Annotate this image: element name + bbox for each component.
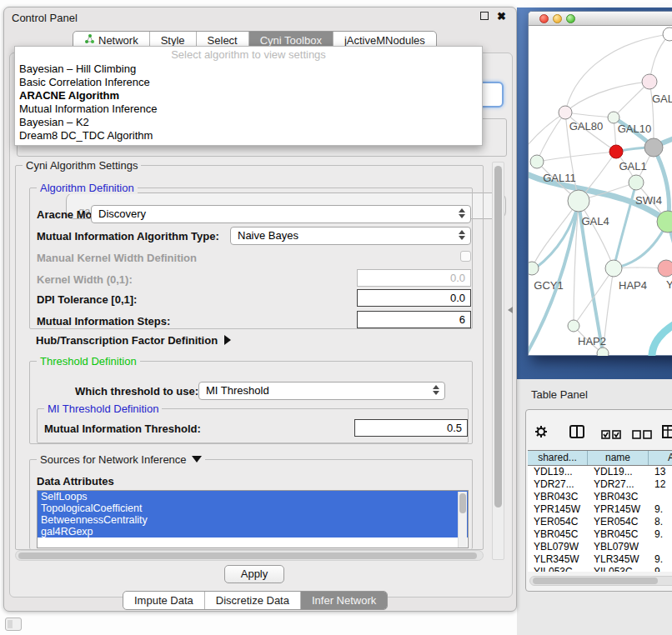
mi-threshold-field[interactable]: 0.5 <box>354 419 468 437</box>
algorithm-option[interactable]: Mutual Information Inference <box>15 102 482 116</box>
which-threshold-combobox[interactable]: MI Threshold <box>198 382 445 400</box>
network-edge[interactable] <box>537 112 565 162</box>
sources-title: Sources for Network Inference <box>40 453 187 466</box>
data-attribute-item[interactable]: gal4RGexp <box>38 526 468 538</box>
settings-gear-icon[interactable] <box>534 425 548 442</box>
settings-horizontal-scrollbar[interactable] <box>15 550 484 561</box>
table-horizontal-scrollbar[interactable] <box>529 576 672 586</box>
table-row[interactable]: YIL053CYIL053C9. <box>528 566 672 572</box>
kernel-width-field[interactable]: 0.0 <box>357 269 471 287</box>
table-row[interactable]: YLR345WYLR345W9. <box>528 553 672 566</box>
network-node[interactable] <box>609 145 623 158</box>
algorithm-option[interactable]: Bayesian – Hill Climbing <box>15 62 482 76</box>
network-edge[interactable] <box>652 319 672 356</box>
table-cell <box>649 491 672 503</box>
table-row[interactable]: YPR145WYPR145W9. <box>528 503 672 516</box>
network-node-gcy1[interactable] <box>529 262 539 275</box>
apply-button[interactable]: Apply <box>224 565 284 583</box>
network-node-hap2[interactable] <box>568 320 579 332</box>
node-label: GAL80 <box>569 120 603 132</box>
data-attributes-list[interactable]: SelfLoopsTopologicalCoefficientBetweenne… <box>37 490 469 548</box>
table-cell: YBR045C <box>528 528 588 541</box>
network-edge[interactable] <box>529 112 565 150</box>
table-row[interactable]: YDL19...YDL19...13 <box>528 466 672 478</box>
network-node-gal4[interactable] <box>568 190 589 212</box>
network-edge[interactable] <box>565 82 649 112</box>
network-view-window: GALGAL80GAL10GAL1GAL11GAL4SWI4GCY1HAP4YH… <box>528 11 672 356</box>
list-scrollbar[interactable] <box>458 492 467 548</box>
panel-resize-handle[interactable] <box>508 307 513 313</box>
tab-impute-data[interactable]: Impute Data <box>123 592 204 609</box>
minimize-button[interactable] <box>553 14 562 23</box>
network-node-gal10[interactable] <box>608 112 619 123</box>
hub-definition-expander[interactable]: Hub/Transcription Factor Definition <box>36 334 231 347</box>
column-header[interactable]: A <box>649 451 672 465</box>
float-icon[interactable] <box>480 12 489 20</box>
settings-vertical-scrollbar[interactable] <box>492 162 504 560</box>
network-node[interactable] <box>663 28 672 41</box>
control-panel-window: Control Panel ✖ NetworkStyleSelectCyni T… <box>3 7 517 612</box>
dpi-tolerance-field[interactable]: 0.0 <box>357 289 471 307</box>
select-checkboxes-icon[interactable] <box>601 428 621 442</box>
table-row[interactable]: YBR045CYBR045C9. <box>528 528 672 541</box>
data-attribute-item[interactable]: TopologicalCoefficient <box>38 502 468 514</box>
which-threshold-label: Which threshold to use: <box>75 385 198 398</box>
table-cell: YER054C <box>588 516 649 528</box>
mi-steps-field[interactable]: 6 <box>357 311 471 328</box>
network-edge[interactable] <box>574 268 614 326</box>
column-header[interactable]: name <box>588 451 649 465</box>
table-row[interactable]: YBL079WYBL079W <box>528 541 672 553</box>
tab-infer-network[interactable]: Infer Network <box>300 592 387 609</box>
network-node-gal80[interactable] <box>559 106 572 119</box>
sources-expander[interactable]: Sources for Network Inference <box>37 453 205 466</box>
node-label: Y <box>666 278 672 291</box>
network-node[interactable] <box>644 138 663 157</box>
network-edge[interactable] <box>649 82 654 148</box>
node-label: GAL1 <box>619 160 646 172</box>
group-title: MI Threshold Definition <box>44 402 162 415</box>
algorithm-option[interactable]: Bayesian – K2 <box>15 116 482 129</box>
mi-algorithm-type-combobox[interactable]: Naive Bayes <box>230 227 471 245</box>
network-edge[interactable] <box>537 152 616 162</box>
table-cell: 8. <box>649 516 672 528</box>
close-icon[interactable]: ✖ <box>497 10 506 22</box>
table-rows: YDL19...YDL19...13YDR27...YDR27...12YBR0… <box>528 466 672 572</box>
network-node-hap4[interactable] <box>605 260 622 277</box>
network-canvas[interactable]: GALGAL80GAL10GAL1GAL11GAL4SWI4GCY1HAP4YH… <box>529 26 672 356</box>
scrollbar-thumb[interactable] <box>459 493 466 513</box>
network-edge[interactable] <box>565 112 614 118</box>
combobox-value: MI Threshold <box>206 384 269 397</box>
data-attribute-item[interactable]: BetweennessCentrality <box>38 514 468 526</box>
column-header[interactable]: shared... <box>528 451 588 465</box>
table-row[interactable]: YER054CYER054C8. <box>528 516 672 528</box>
scrollbar-thumb[interactable] <box>494 166 502 508</box>
table-row[interactable]: YDR27...YDR27...12 <box>528 478 672 491</box>
algorithm-option[interactable]: Basic Correlation Inference <box>15 76 482 89</box>
algorithm-option[interactable]: Dream8 DC_TDC Algorithm <box>15 129 482 142</box>
network-window-titlebar[interactable] <box>529 12 672 26</box>
table-grid-icon[interactable] <box>662 425 672 442</box>
network-node[interactable] <box>597 348 609 356</box>
table-row[interactable]: YBR043CYBR043C <box>528 491 672 503</box>
network-node-gal11[interactable] <box>530 155 544 168</box>
close-button[interactable] <box>539 14 549 23</box>
network-node-gal[interactable] <box>642 74 657 89</box>
data-attribute-item[interactable]: SelfLoops <box>38 491 468 502</box>
scrollbar-thumb[interactable] <box>533 578 658 584</box>
tab-discretize-data[interactable]: Discretize Data <box>204 592 300 609</box>
split-columns-icon[interactable] <box>569 425 584 442</box>
table-panel-body: shared...nameA YDL19...YDL19...13YDR27..… <box>525 409 672 592</box>
manual-kernel-checkbox[interactable] <box>460 251 471 262</box>
table-cell: 9. <box>649 503 672 516</box>
algorithm-option[interactable]: ARACNE Algorithm <box>15 89 482 102</box>
zoom-button[interactable] <box>566 14 575 23</box>
aracne-mode-combobox[interactable]: Discovery <box>91 205 471 223</box>
tab-label: Infer Network <box>312 592 376 609</box>
deselect-checkboxes-icon[interactable] <box>632 428 652 442</box>
scrollbar-thumb[interactable] <box>18 552 477 559</box>
data-attributes-label: Data Attributes <box>37 475 114 488</box>
stepper-arrows-icon <box>459 208 465 218</box>
minimized-panel-icon[interactable] <box>5 618 22 631</box>
network-node-gal1[interactable] <box>629 175 644 190</box>
network-node-y[interactable] <box>658 260 672 277</box>
